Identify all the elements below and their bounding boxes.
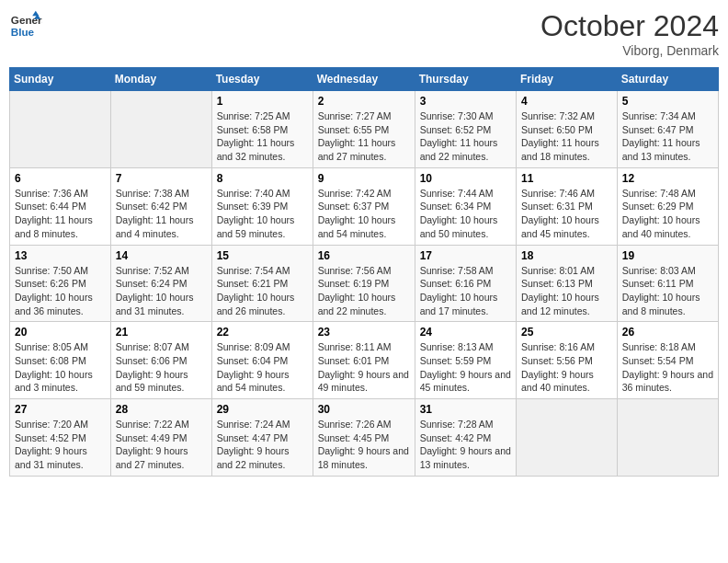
day-info: Sunrise: 8:18 AMSunset: 5:54 PMDaylight:… bbox=[622, 340, 713, 395]
day-cell: 4Sunrise: 7:32 AMSunset: 6:50 PMDaylight… bbox=[517, 91, 618, 168]
day-cell: 2Sunrise: 7:27 AMSunset: 6:55 PMDaylight… bbox=[313, 91, 415, 168]
day-info: Sunrise: 7:42 AMSunset: 6:37 PMDaylight:… bbox=[318, 187, 410, 241]
day-number: 30 bbox=[318, 403, 410, 416]
day-cell bbox=[110, 91, 211, 168]
day-info: Sunrise: 7:20 AMSunset: 4:52 PMDaylight:… bbox=[15, 418, 106, 472]
day-cell bbox=[517, 399, 618, 477]
day-cell: 23Sunrise: 8:11 AMSunset: 6:01 PMDayligh… bbox=[313, 322, 415, 399]
day-cell: 8Sunrise: 7:40 AMSunset: 6:39 PMDaylight… bbox=[211, 167, 313, 245]
day-number: 19 bbox=[622, 249, 713, 262]
day-cell: 24Sunrise: 8:13 AMSunset: 5:59 PMDayligh… bbox=[415, 322, 516, 399]
month-title: October 2024 bbox=[540, 9, 719, 43]
day-number: 1 bbox=[217, 95, 308, 108]
day-number: 14 bbox=[116, 249, 207, 262]
day-number: 23 bbox=[318, 326, 410, 339]
day-number: 22 bbox=[217, 326, 308, 339]
day-info: Sunrise: 7:40 AMSunset: 6:39 PMDaylight:… bbox=[217, 187, 308, 241]
day-info: Sunrise: 7:58 AMSunset: 6:16 PMDaylight:… bbox=[420, 264, 511, 318]
day-number: 5 bbox=[622, 95, 713, 108]
day-number: 12 bbox=[622, 172, 713, 185]
day-number: 15 bbox=[217, 249, 308, 262]
day-number: 4 bbox=[521, 95, 612, 108]
day-cell bbox=[10, 91, 111, 168]
week-row-4: 20Sunrise: 8:05 AMSunset: 6:08 PMDayligh… bbox=[10, 322, 719, 399]
day-cell: 28Sunrise: 7:22 AMSunset: 4:49 PMDayligh… bbox=[110, 399, 211, 477]
day-cell: 7Sunrise: 7:38 AMSunset: 6:42 PMDaylight… bbox=[110, 167, 211, 245]
column-header-tuesday: Tuesday bbox=[211, 68, 313, 91]
day-cell: 3Sunrise: 7:30 AMSunset: 6:52 PMDaylight… bbox=[415, 91, 516, 168]
day-number: 18 bbox=[521, 249, 612, 262]
week-row-3: 13Sunrise: 7:50 AMSunset: 6:26 PMDayligh… bbox=[10, 245, 719, 322]
day-cell: 27Sunrise: 7:20 AMSunset: 4:52 PMDayligh… bbox=[10, 399, 111, 477]
day-number: 7 bbox=[116, 172, 207, 185]
day-info: Sunrise: 7:38 AMSunset: 6:42 PMDaylight:… bbox=[116, 187, 207, 241]
day-cell: 21Sunrise: 8:07 AMSunset: 6:06 PMDayligh… bbox=[110, 322, 211, 399]
day-cell: 16Sunrise: 7:56 AMSunset: 6:19 PMDayligh… bbox=[313, 245, 415, 322]
day-info: Sunrise: 7:26 AMSunset: 4:45 PMDaylight:… bbox=[318, 418, 410, 472]
day-cell: 25Sunrise: 8:16 AMSunset: 5:56 PMDayligh… bbox=[517, 322, 618, 399]
day-info: Sunrise: 7:46 AMSunset: 6:31 PMDaylight:… bbox=[521, 187, 612, 241]
column-header-saturday: Saturday bbox=[617, 68, 718, 91]
day-number: 25 bbox=[521, 326, 612, 339]
day-info: Sunrise: 7:52 AMSunset: 6:24 PMDaylight:… bbox=[116, 264, 207, 318]
day-cell: 31Sunrise: 7:28 AMSunset: 4:42 PMDayligh… bbox=[415, 399, 516, 477]
day-number: 20 bbox=[15, 326, 106, 339]
title-block: October 2024 Viborg, Denmark bbox=[540, 9, 719, 58]
day-cell: 19Sunrise: 8:03 AMSunset: 6:11 PMDayligh… bbox=[617, 245, 718, 322]
day-info: Sunrise: 8:11 AMSunset: 6:01 PMDaylight:… bbox=[318, 340, 410, 395]
svg-text:Blue: Blue bbox=[11, 26, 35, 38]
day-number: 26 bbox=[622, 326, 713, 339]
day-cell: 14Sunrise: 7:52 AMSunset: 6:24 PMDayligh… bbox=[110, 245, 211, 322]
day-number: 27 bbox=[15, 403, 106, 416]
day-cell: 1Sunrise: 7:25 AMSunset: 6:58 PMDaylight… bbox=[211, 91, 313, 168]
day-number: 11 bbox=[521, 172, 612, 185]
day-info: Sunrise: 7:28 AMSunset: 4:42 PMDaylight:… bbox=[420, 418, 511, 472]
day-info: Sunrise: 7:36 AMSunset: 6:44 PMDaylight:… bbox=[15, 187, 106, 241]
logo-icon: General Blue bbox=[9, 9, 42, 42]
day-number: 9 bbox=[318, 172, 410, 185]
day-number: 16 bbox=[318, 249, 410, 262]
day-cell: 9Sunrise: 7:42 AMSunset: 6:37 PMDaylight… bbox=[313, 167, 415, 245]
day-cell: 30Sunrise: 7:26 AMSunset: 4:45 PMDayligh… bbox=[313, 399, 415, 477]
day-info: Sunrise: 7:50 AMSunset: 6:26 PMDaylight:… bbox=[15, 264, 106, 318]
day-cell: 10Sunrise: 7:44 AMSunset: 6:34 PMDayligh… bbox=[415, 167, 516, 245]
day-cell: 29Sunrise: 7:24 AMSunset: 4:47 PMDayligh… bbox=[211, 399, 313, 477]
day-cell bbox=[617, 399, 718, 477]
page-header: General Blue October 2024 Viborg, Denmar… bbox=[9, 9, 719, 58]
column-header-monday: Monday bbox=[110, 68, 211, 91]
day-cell: 15Sunrise: 7:54 AMSunset: 6:21 PMDayligh… bbox=[211, 245, 313, 322]
day-cell: 20Sunrise: 8:05 AMSunset: 6:08 PMDayligh… bbox=[10, 322, 111, 399]
day-info: Sunrise: 8:16 AMSunset: 5:56 PMDaylight:… bbox=[521, 340, 612, 395]
day-info: Sunrise: 7:30 AMSunset: 6:52 PMDaylight:… bbox=[420, 109, 511, 164]
week-row-1: 1Sunrise: 7:25 AMSunset: 6:58 PMDaylight… bbox=[10, 91, 719, 168]
day-number: 10 bbox=[420, 172, 511, 185]
day-cell: 11Sunrise: 7:46 AMSunset: 6:31 PMDayligh… bbox=[517, 167, 618, 245]
day-cell: 6Sunrise: 7:36 AMSunset: 6:44 PMDaylight… bbox=[10, 167, 111, 245]
day-cell: 22Sunrise: 8:09 AMSunset: 6:04 PMDayligh… bbox=[211, 322, 313, 399]
day-number: 8 bbox=[217, 172, 308, 185]
day-number: 17 bbox=[420, 249, 511, 262]
day-info: Sunrise: 7:44 AMSunset: 6:34 PMDaylight:… bbox=[420, 187, 511, 241]
day-info: Sunrise: 7:27 AMSunset: 6:55 PMDaylight:… bbox=[318, 109, 410, 164]
day-number: 28 bbox=[116, 403, 207, 416]
week-row-2: 6Sunrise: 7:36 AMSunset: 6:44 PMDaylight… bbox=[10, 167, 719, 245]
day-info: Sunrise: 8:13 AMSunset: 5:59 PMDaylight:… bbox=[420, 340, 511, 395]
day-info: Sunrise: 8:07 AMSunset: 6:06 PMDaylight:… bbox=[116, 340, 207, 395]
day-cell: 13Sunrise: 7:50 AMSunset: 6:26 PMDayligh… bbox=[10, 245, 111, 322]
day-info: Sunrise: 7:25 AMSunset: 6:58 PMDaylight:… bbox=[217, 109, 308, 164]
location: Viborg, Denmark bbox=[540, 43, 719, 58]
logo: General Blue bbox=[9, 9, 42, 42]
day-number: 21 bbox=[116, 326, 207, 339]
column-header-wednesday: Wednesday bbox=[313, 68, 415, 91]
day-info: Sunrise: 7:48 AMSunset: 6:29 PMDaylight:… bbox=[622, 187, 713, 241]
day-cell: 5Sunrise: 7:34 AMSunset: 6:47 PMDaylight… bbox=[617, 91, 718, 168]
day-cell: 17Sunrise: 7:58 AMSunset: 6:16 PMDayligh… bbox=[415, 245, 516, 322]
day-info: Sunrise: 8:05 AMSunset: 6:08 PMDaylight:… bbox=[15, 340, 106, 395]
calendar-table: SundayMondayTuesdayWednesdayThursdayFrid… bbox=[9, 67, 719, 477]
column-header-sunday: Sunday bbox=[10, 68, 111, 91]
day-cell: 12Sunrise: 7:48 AMSunset: 6:29 PMDayligh… bbox=[617, 167, 718, 245]
column-header-friday: Friday bbox=[517, 68, 618, 91]
day-number: 31 bbox=[420, 403, 511, 416]
day-number: 6 bbox=[15, 172, 106, 185]
day-info: Sunrise: 7:24 AMSunset: 4:47 PMDaylight:… bbox=[217, 418, 308, 472]
